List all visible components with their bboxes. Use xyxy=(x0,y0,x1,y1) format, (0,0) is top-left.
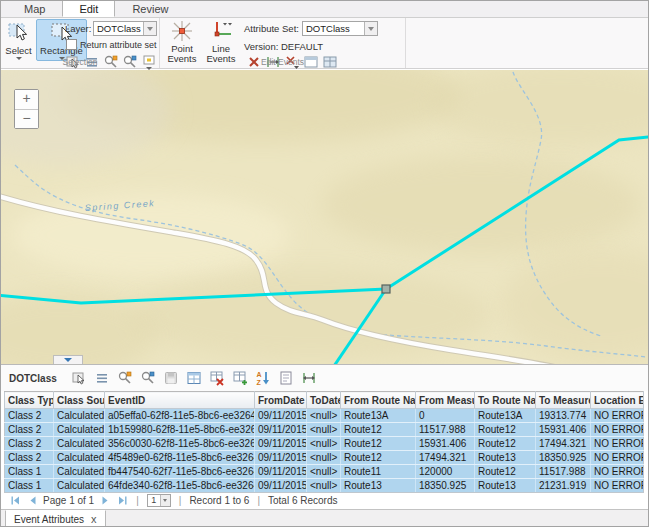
table-cell[interactable]: 09/11/2015 xyxy=(255,409,307,423)
table-row[interactable]: Class 1Calculatedfb447540-62f7-11e5-8bc6… xyxy=(5,465,644,479)
column-header[interactable]: FromDate xyxy=(255,392,307,409)
table-cell[interactable]: Calculated xyxy=(54,437,105,451)
attribute-set-combobox-arrow-icon[interactable] xyxy=(364,22,377,35)
table-cell[interactable]: 17494.321 xyxy=(536,437,591,451)
attribute-set-combobox[interactable]: DOTClass xyxy=(302,21,378,36)
tab-review[interactable]: Review xyxy=(115,0,185,17)
table-cell[interactable]: Calculated xyxy=(54,423,105,437)
table-cell[interactable]: Class 2 xyxy=(5,451,54,465)
table-cell[interactable]: Class 2 xyxy=(5,409,54,423)
table-cell[interactable]: 19313.774 xyxy=(536,409,591,423)
last-page-button[interactable] xyxy=(116,494,128,506)
table-cell[interactable]: 09/11/2015 xyxy=(255,451,307,465)
table-cell[interactable]: 1b159980-62f8-11e5-8bc6-ee32641d5ec9 xyxy=(105,423,255,437)
tab-event-attributes[interactable]: Event Attributes x xyxy=(5,510,106,527)
column-header[interactable]: Location Error xyxy=(591,392,644,409)
column-header[interactable]: Class Source xyxy=(54,392,105,409)
layer-combobox[interactable]: DOTClass xyxy=(93,21,157,36)
table-cell[interactable]: 15931.406 xyxy=(536,423,591,437)
table-cell[interactable]: 0 xyxy=(416,409,475,423)
line-events-button[interactable]: Line Events xyxy=(202,19,240,61)
column-header[interactable]: ToDate xyxy=(307,392,341,409)
table-cell[interactable]: fb447540-62f7-11e5-8bc6-ee32641d5ec9 xyxy=(105,465,255,479)
first-page-button[interactable] xyxy=(9,494,21,506)
column-header[interactable]: EventID xyxy=(105,392,255,409)
table-cell[interactable]: Calculated xyxy=(54,451,105,465)
table-cell[interactable]: NO ERROR xyxy=(591,423,644,437)
table-cell[interactable]: NO ERROR xyxy=(591,409,644,423)
add-record-button[interactable] xyxy=(230,368,250,388)
tab-map[interactable]: Map xyxy=(7,0,62,17)
table-cell[interactable]: 4f5489e0-62f8-11e5-8bc6-ee32641d5ec9 xyxy=(105,451,255,465)
table-cell[interactable]: Route12 xyxy=(341,437,416,451)
select-records-button[interactable] xyxy=(69,368,89,388)
table-cell[interactable]: Class 2 xyxy=(5,423,54,437)
table-cell[interactable]: NO ERROR xyxy=(591,451,644,465)
table-cell[interactable]: Calculated xyxy=(54,409,105,423)
table-cell[interactable]: Route11 xyxy=(341,465,416,479)
column-header[interactable]: From Route Name xyxy=(341,392,416,409)
layer-combobox-arrow-icon[interactable] xyxy=(143,22,156,35)
table-cell[interactable]: Route12 xyxy=(475,465,536,479)
route-junction-marker[interactable] xyxy=(382,285,390,293)
table-cell[interactable]: 120000 xyxy=(416,465,475,479)
table-cell[interactable]: Route12 xyxy=(475,423,536,437)
tab-edit[interactable]: Edit xyxy=(62,0,115,17)
table-cell[interactable]: Route13A xyxy=(475,409,536,423)
table-cell[interactable]: 17494.321 xyxy=(416,451,475,465)
column-header[interactable]: To Measure xyxy=(536,392,591,409)
column-header[interactable]: From Measure xyxy=(416,392,475,409)
table-cell[interactable]: Route12 xyxy=(341,423,416,437)
table-cell[interactable]: 09/11/2015 xyxy=(255,465,307,479)
table-cell[interactable]: 11517.988 xyxy=(416,423,475,437)
table-cell[interactable]: Route13 xyxy=(475,451,536,465)
select-button[interactable]: Select xyxy=(3,19,34,61)
table-row[interactable]: Class 2Calculated1b159980-62f8-11e5-8bc6… xyxy=(5,423,644,437)
table-cell[interactable]: 15931.406 xyxy=(416,437,475,451)
fit-columns-button[interactable] xyxy=(299,368,319,388)
table-row[interactable]: Class 2Calculateda05effa0-62f8-11e5-8bc6… xyxy=(5,409,644,423)
form-view-button[interactable] xyxy=(276,368,296,388)
column-header[interactable]: Class Type xyxy=(5,392,54,409)
table-cell[interactable]: <null> xyxy=(307,423,341,437)
attribute-window-button[interactable] xyxy=(184,368,204,388)
table-cell[interactable]: Route13A xyxy=(341,409,416,423)
table-cell[interactable]: Class 2 xyxy=(5,437,54,451)
table-cell[interactable]: NO ERROR xyxy=(591,437,644,451)
zoom-in-button[interactable]: + xyxy=(15,90,38,109)
table-row[interactable]: Class 2Calculated4f5489e0-62f8-11e5-8bc6… xyxy=(5,451,644,465)
column-header[interactable]: To Route Name xyxy=(475,392,536,409)
point-events-button[interactable]: Point Events xyxy=(163,19,201,61)
return-attribute-set-checkbox[interactable] xyxy=(66,39,77,50)
sort-records-button[interactable]: AZ xyxy=(253,368,273,388)
table-cell[interactable]: <null> xyxy=(307,437,341,451)
table-cell[interactable]: 09/11/2015 xyxy=(255,437,307,451)
table-cell[interactable]: Class 1 xyxy=(5,465,54,479)
delete-record-button[interactable] xyxy=(207,368,227,388)
close-tab-icon[interactable]: x xyxy=(91,514,97,524)
zoom-to-selected-record-button[interactable] xyxy=(115,368,135,388)
table-cell[interactable]: Calculated xyxy=(54,465,105,479)
table-cell[interactable]: <null> xyxy=(307,409,341,423)
table-row[interactable]: Class 2Calculated356c0030-62f8-11e5-8bc6… xyxy=(5,437,644,451)
zoom-out-button[interactable]: − xyxy=(15,109,38,128)
table-cell[interactable]: 18350.925 xyxy=(536,451,591,465)
table-cell[interactable]: 09/11/2015 xyxy=(255,423,307,437)
table-cell[interactable]: 356c0030-62f8-11e5-8bc6-ee32641d5ec9 xyxy=(105,437,255,451)
table-cell[interactable]: Route12 xyxy=(475,437,536,451)
save-records-button[interactable] xyxy=(161,368,181,388)
map-view[interactable]: Spring Creek + − xyxy=(1,70,649,364)
page-number-arrow-icon[interactable] xyxy=(160,495,170,506)
table-cell[interactable]: a05effa0-62f8-11e5-8bc6-ee32641d5ec9 xyxy=(105,409,255,423)
table-cell[interactable]: 11517.988 xyxy=(536,465,591,479)
table-options-button[interactable] xyxy=(92,368,112,388)
previous-page-button[interactable] xyxy=(26,494,38,506)
next-page-button[interactable] xyxy=(99,494,111,506)
table-cell[interactable]: <null> xyxy=(307,451,341,465)
table-cell[interactable]: <null> xyxy=(307,465,341,479)
panel-collapse-button[interactable] xyxy=(53,355,83,364)
pan-to-selected-record-button[interactable] xyxy=(138,368,158,388)
page-number-combobox[interactable]: 1 xyxy=(147,494,171,507)
table-cell[interactable]: Route12 xyxy=(341,451,416,465)
table-cell[interactable]: NO ERROR xyxy=(591,465,644,479)
